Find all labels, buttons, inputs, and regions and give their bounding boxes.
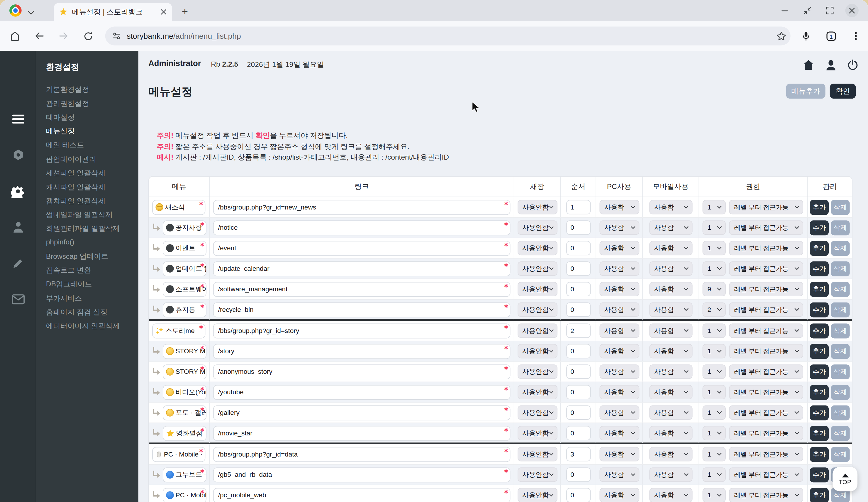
sidebar-item[interactable]: 접속로그 변환 (46, 266, 91, 277)
new-tab-button[interactable]: + (178, 5, 192, 18)
menu-name-input[interactable]: 영화별점✱ (163, 426, 206, 441)
chevron-down-icon[interactable] (28, 7, 34, 17)
new-window-select[interactable]: 사용안함 (517, 262, 557, 276)
pc-use-select[interactable]: 사용함 (599, 262, 639, 276)
level-select[interactable]: 1 (703, 365, 726, 379)
permission-select[interactable]: 레벨 부터 접근가능 (729, 241, 803, 255)
order-input[interactable]: 0 (566, 303, 590, 317)
add-row-button[interactable]: 추가 (810, 385, 829, 400)
mobile-use-select[interactable]: 사용함 (649, 200, 692, 214)
mobile-use-select[interactable]: 사용함 (649, 323, 692, 338)
order-input[interactable]: 0 (566, 385, 590, 399)
delete-row-button[interactable]: 삭제 (831, 344, 850, 359)
kebab-menu-icon[interactable] (846, 27, 865, 45)
new-window-select[interactable]: 사용안함 (517, 221, 557, 235)
order-input[interactable]: 3 (566, 447, 590, 461)
mobile-use-select[interactable]: 사용함 (649, 385, 692, 399)
sidebar-item[interactable]: 회원관리파일 일괄삭제 (46, 224, 120, 235)
browser-tab[interactable]: 메뉴설정 | 스토리뱅크 (54, 3, 172, 21)
sidebar-item[interactable]: Browscap 업데이트 (46, 252, 108, 263)
menu-name-input[interactable]: 이벤트✱ (163, 240, 206, 256)
hamburger-menu-icon[interactable] (0, 110, 36, 129)
menu-name-input[interactable]: PC · Mobile ·✱ (152, 447, 205, 461)
permission-select[interactable]: 레벨 부터 접근가능 (729, 385, 803, 399)
level-select[interactable]: 1 (703, 468, 726, 482)
mobile-use-select[interactable]: 사용함 (649, 365, 692, 379)
new-window-select[interactable]: 사용안함 (517, 323, 557, 338)
level-select[interactable]: 1 (703, 262, 726, 276)
order-input[interactable]: 0 (566, 262, 590, 276)
permission-select[interactable]: 레벨 부터 접근가능 (729, 406, 803, 420)
level-select[interactable]: 1 (703, 426, 726, 440)
link-input[interactable]: /bbs/group.php?gr_id=data✱ (213, 447, 510, 461)
link-input[interactable]: /notice✱ (213, 220, 510, 235)
pc-use-select[interactable]: 사용함 (599, 426, 639, 440)
permission-select[interactable]: 레벨 부터 접근가능 (729, 344, 803, 358)
order-input[interactable]: 0 (566, 282, 590, 296)
delete-row-button[interactable]: 삭제 (831, 323, 850, 338)
add-row-button[interactable]: 추가 (810, 405, 829, 420)
reload-button[interactable] (79, 27, 97, 45)
back-button[interactable] (30, 27, 49, 45)
forward-button[interactable] (54, 27, 73, 45)
new-window-select[interactable]: 사용안함 (517, 200, 557, 214)
new-window-select[interactable]: 사용안함 (517, 344, 557, 358)
pc-use-select[interactable]: 사용함 (599, 488, 639, 502)
mobile-use-select[interactable]: 사용함 (649, 241, 692, 255)
gear-icon[interactable] (0, 182, 36, 201)
level-select[interactable]: 1 (703, 488, 726, 502)
profile-icon[interactable] (823, 57, 839, 73)
pc-use-select[interactable]: 사용함 (599, 468, 639, 482)
sidebar-item[interactable]: 메일 테스트 (46, 140, 84, 151)
mobile-use-select[interactable]: 사용함 (649, 221, 692, 235)
order-input[interactable]: 0 (566, 488, 590, 502)
link-input[interactable]: /bbs/group.php?gr_id=new_news✱ (213, 200, 510, 215)
person-icon[interactable] (0, 218, 36, 236)
pc-use-select[interactable]: 사용함 (599, 365, 639, 379)
delete-row-button[interactable]: 삭제 (831, 261, 850, 276)
menu-name-input[interactable]: 업데이트 캘✱ (163, 261, 206, 276)
sidebar-item[interactable]: 세션파일 일괄삭제 (46, 168, 105, 179)
sidebar-item[interactable]: 테마설정 (46, 113, 75, 124)
pc-use-select[interactable]: 사용함 (599, 323, 639, 338)
mobile-use-select[interactable]: 사용함 (649, 406, 692, 420)
mobile-use-select[interactable]: 사용함 (649, 344, 692, 358)
permission-select[interactable]: 레벨 부터 접근가능 (729, 221, 803, 235)
level-select[interactable]: 2 (703, 303, 726, 317)
add-row-button[interactable]: 추가 (810, 220, 829, 235)
pc-use-select[interactable]: 사용함 (599, 200, 639, 214)
mic-icon[interactable] (796, 27, 815, 45)
mobile-use-select[interactable]: 사용함 (649, 447, 692, 461)
new-window-select[interactable]: 사용안함 (517, 365, 557, 379)
pc-use-select[interactable]: 사용함 (599, 282, 639, 296)
sidebar-item[interactable]: 홈페이지 점검 설정 (46, 307, 107, 318)
sidebar-item[interactable]: 관리권한설정 (46, 99, 89, 110)
link-input[interactable]: /pc_mobile_web✱ (213, 488, 510, 502)
delete-row-button[interactable]: 삭제 (831, 447, 850, 461)
menu-name-input[interactable]: 비디오(You✱ (163, 385, 206, 400)
url-bar[interactable]: storybank.me/adm/menu_list.php (105, 27, 790, 45)
delete-row-button[interactable]: 삭제 (831, 385, 850, 400)
link-input[interactable]: /story✱ (213, 344, 510, 359)
new-window-select[interactable]: 사용안함 (517, 468, 557, 482)
new-window-select[interactable]: 사용안함 (517, 406, 557, 420)
mobile-use-select[interactable]: 사용함 (649, 262, 692, 276)
mail-icon[interactable] (0, 289, 36, 308)
link-input[interactable]: /gallery✱ (213, 405, 510, 420)
close-window-button[interactable] (845, 4, 859, 17)
delete-row-button[interactable]: 삭제 (831, 281, 850, 297)
order-input[interactable]: 0 (566, 221, 590, 235)
order-input[interactable]: 2 (566, 323, 590, 338)
menu-name-input[interactable]: STORY ME✱ (163, 364, 206, 379)
permission-select[interactable]: 레벨 부터 접근가능 (729, 323, 803, 338)
tab-counter-icon[interactable]: 1 (822, 27, 840, 45)
menu-name-input[interactable]: PC · Mobil✱ (163, 488, 206, 502)
link-input[interactable]: /anonymous_story✱ (213, 364, 510, 379)
nut-settings-icon[interactable] (0, 145, 36, 164)
sidebar-item[interactable]: 팝업레이어관리 (46, 154, 96, 165)
new-window-select[interactable]: 사용안함 (517, 447, 557, 461)
sidebar-item[interactable]: 캡챠파일 일괄삭제 (46, 196, 105, 207)
order-input[interactable]: 0 (566, 344, 590, 358)
sidebar-item[interactable]: 메뉴설정 (46, 126, 75, 137)
link-input[interactable]: /gb5_and_rb_data✱ (213, 467, 510, 482)
